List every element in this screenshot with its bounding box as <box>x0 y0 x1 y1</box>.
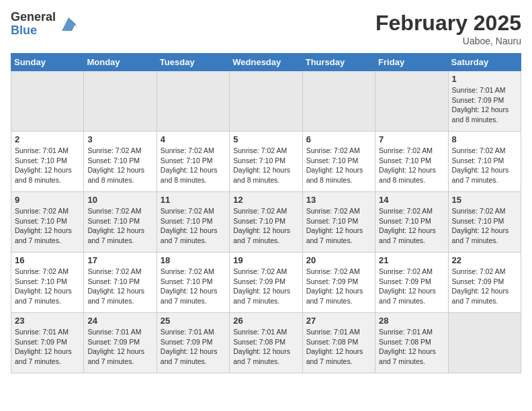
day-info: Sunrise: 7:02 AMSunset: 7:10 PMDaylight:… <box>306 146 371 185</box>
table-row <box>302 71 375 132</box>
header-saturday: Saturday <box>448 54 521 71</box>
day-info: Sunrise: 7:02 AMSunset: 7:10 PMDaylight:… <box>87 146 152 185</box>
table-row: 15Sunrise: 7:02 AMSunset: 7:10 PMDayligh… <box>448 192 521 253</box>
day-info: Sunrise: 7:02 AMSunset: 7:10 PMDaylight:… <box>452 206 517 246</box>
day-info: Sunrise: 7:02 AMSunset: 7:09 PMDaylight:… <box>452 267 517 306</box>
day-info: Sunrise: 7:02 AMSunset: 7:10 PMDaylight:… <box>233 146 298 185</box>
header: General Blue February 2025 Uaboe, Nauru <box>11 11 521 46</box>
location-subtitle: Uaboe, Nauru <box>375 36 521 46</box>
month-year-title: February 2025 <box>375 11 521 36</box>
day-number: 12 <box>233 195 298 205</box>
day-info: Sunrise: 7:01 AMSunset: 7:09 PMDaylight:… <box>87 327 152 367</box>
day-info: Sunrise: 7:01 AMSunset: 7:08 PMDaylight:… <box>233 327 298 367</box>
calendar-week-row: 23Sunrise: 7:01 AMSunset: 7:09 PMDayligh… <box>11 313 521 373</box>
day-number: 5 <box>233 134 298 144</box>
table-row: 22Sunrise: 7:02 AMSunset: 7:09 PMDayligh… <box>448 253 521 313</box>
day-info: Sunrise: 7:02 AMSunset: 7:10 PMDaylight:… <box>452 146 517 185</box>
table-row: 12Sunrise: 7:02 AMSunset: 7:10 PMDayligh… <box>230 192 302 253</box>
table-row: 7Sunrise: 7:02 AMSunset: 7:10 PMDaylight… <box>375 132 448 192</box>
calendar-week-row: 2Sunrise: 7:01 AMSunset: 7:10 PMDaylight… <box>11 132 521 192</box>
day-info: Sunrise: 7:01 AMSunset: 7:09 PMDaylight:… <box>161 327 226 367</box>
logo-blue: Blue <box>11 24 56 38</box>
table-row: 5Sunrise: 7:02 AMSunset: 7:10 PMDaylight… <box>230 132 302 192</box>
day-number: 22 <box>452 255 517 265</box>
day-number: 28 <box>379 316 444 326</box>
table-row <box>11 71 84 132</box>
calendar-week-row: 9Sunrise: 7:02 AMSunset: 7:10 PMDaylight… <box>11 192 521 253</box>
day-number: 21 <box>379 255 444 265</box>
header-sunday: Sunday <box>11 54 84 71</box>
day-number: 27 <box>306 316 371 326</box>
table-row: 2Sunrise: 7:01 AMSunset: 7:10 PMDaylight… <box>11 132 84 192</box>
header-tuesday: Tuesday <box>157 54 229 71</box>
table-row: 26Sunrise: 7:01 AMSunset: 7:08 PMDayligh… <box>230 313 302 373</box>
day-number: 19 <box>233 255 298 265</box>
table-row: 3Sunrise: 7:02 AMSunset: 7:10 PMDaylight… <box>84 132 157 192</box>
table-row: 25Sunrise: 7:01 AMSunset: 7:09 PMDayligh… <box>157 313 229 373</box>
day-info: Sunrise: 7:01 AMSunset: 7:08 PMDaylight:… <box>306 327 371 367</box>
table-row: 24Sunrise: 7:01 AMSunset: 7:09 PMDayligh… <box>84 313 157 373</box>
day-number: 3 <box>87 134 152 144</box>
day-number: 13 <box>306 195 371 205</box>
day-number: 4 <box>161 134 226 144</box>
table-row <box>375 71 448 132</box>
table-row: 23Sunrise: 7:01 AMSunset: 7:09 PMDayligh… <box>11 313 84 373</box>
logo: General Blue <box>11 11 79 38</box>
logo-general: General <box>11 11 56 24</box>
table-row: 11Sunrise: 7:02 AMSunset: 7:10 PMDayligh… <box>157 192 229 253</box>
day-info: Sunrise: 7:02 AMSunset: 7:10 PMDaylight:… <box>379 146 444 185</box>
day-number: 25 <box>161 316 226 326</box>
day-info: Sunrise: 7:02 AMSunset: 7:09 PMDaylight:… <box>379 267 444 306</box>
day-number: 7 <box>379 134 444 144</box>
logo-icon <box>58 14 79 34</box>
day-number: 26 <box>233 316 298 326</box>
table-row <box>157 71 229 132</box>
header-wednesday: Wednesday <box>230 54 302 71</box>
day-info: Sunrise: 7:02 AMSunset: 7:10 PMDaylight:… <box>87 206 152 246</box>
day-info: Sunrise: 7:01 AMSunset: 7:09 PMDaylight:… <box>15 327 80 367</box>
day-info: Sunrise: 7:02 AMSunset: 7:09 PMDaylight:… <box>233 267 298 306</box>
calendar-header-row: Sunday Monday Tuesday Wednesday Thursday… <box>11 54 521 71</box>
day-info: Sunrise: 7:02 AMSunset: 7:10 PMDaylight:… <box>306 206 371 246</box>
table-row: 14Sunrise: 7:02 AMSunset: 7:10 PMDayligh… <box>375 192 448 253</box>
day-number: 6 <box>306 134 371 144</box>
day-info: Sunrise: 7:01 AMSunset: 7:09 PMDaylight:… <box>452 85 517 125</box>
day-info: Sunrise: 7:02 AMSunset: 7:10 PMDaylight:… <box>161 146 226 185</box>
day-info: Sunrise: 7:02 AMSunset: 7:10 PMDaylight:… <box>15 267 80 306</box>
day-number: 2 <box>15 134 80 144</box>
day-number: 8 <box>452 134 517 144</box>
day-number: 9 <box>15 195 80 205</box>
table-row: 9Sunrise: 7:02 AMSunset: 7:10 PMDaylight… <box>11 192 84 253</box>
table-row <box>84 71 157 132</box>
table-row: 20Sunrise: 7:02 AMSunset: 7:09 PMDayligh… <box>302 253 375 313</box>
day-number: 20 <box>306 255 371 265</box>
table-row: 19Sunrise: 7:02 AMSunset: 7:09 PMDayligh… <box>230 253 302 313</box>
table-row: 21Sunrise: 7:02 AMSunset: 7:09 PMDayligh… <box>375 253 448 313</box>
table-row: 10Sunrise: 7:02 AMSunset: 7:10 PMDayligh… <box>84 192 157 253</box>
svg-marker-0 <box>62 17 75 31</box>
table-row: 28Sunrise: 7:01 AMSunset: 7:08 PMDayligh… <box>375 313 448 373</box>
day-info: Sunrise: 7:02 AMSunset: 7:10 PMDaylight:… <box>161 206 226 246</box>
calendar-week-row: 16Sunrise: 7:02 AMSunset: 7:10 PMDayligh… <box>11 253 521 313</box>
table-row: 27Sunrise: 7:01 AMSunset: 7:08 PMDayligh… <box>302 313 375 373</box>
table-row: 17Sunrise: 7:02 AMSunset: 7:10 PMDayligh… <box>84 253 157 313</box>
day-number: 11 <box>161 195 226 205</box>
header-monday: Monday <box>84 54 157 71</box>
day-number: 16 <box>15 255 80 265</box>
title-section: February 2025 Uaboe, Nauru <box>375 11 521 46</box>
table-row: 6Sunrise: 7:02 AMSunset: 7:10 PMDaylight… <box>302 132 375 192</box>
day-info: Sunrise: 7:02 AMSunset: 7:10 PMDaylight:… <box>161 267 226 306</box>
header-friday: Friday <box>375 54 448 71</box>
day-number: 17 <box>87 255 152 265</box>
header-thursday: Thursday <box>302 54 375 71</box>
day-info: Sunrise: 7:02 AMSunset: 7:10 PMDaylight:… <box>15 206 80 246</box>
day-number: 1 <box>452 74 517 84</box>
calendar-table: Sunday Monday Tuesday Wednesday Thursday… <box>11 53 521 373</box>
day-number: 18 <box>161 255 226 265</box>
table-row <box>230 71 302 132</box>
calendar-week-row: 1Sunrise: 7:01 AMSunset: 7:09 PMDaylight… <box>11 71 521 132</box>
table-row: 18Sunrise: 7:02 AMSunset: 7:10 PMDayligh… <box>157 253 229 313</box>
day-number: 23 <box>15 316 80 326</box>
table-row <box>448 313 521 373</box>
table-row: 4Sunrise: 7:02 AMSunset: 7:10 PMDaylight… <box>157 132 229 192</box>
